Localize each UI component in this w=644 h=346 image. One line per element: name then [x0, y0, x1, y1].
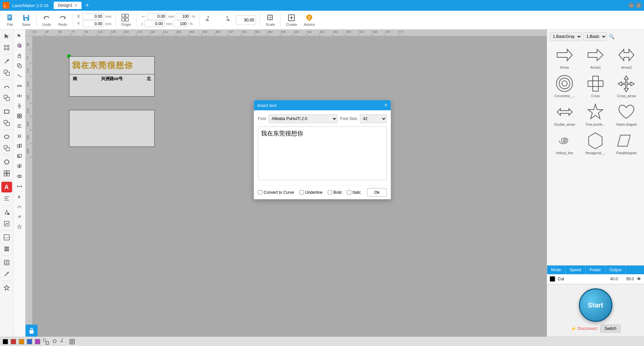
scale-button[interactable]: Scale [263, 12, 278, 28]
shape-cross[interactable]: Cross [581, 72, 610, 99]
switch-button[interactable]: Switch [600, 325, 621, 333]
lt2-wave[interactable] [15, 71, 24, 80]
height-input[interactable] [145, 20, 165, 27]
lt2-dup[interactable] [15, 61, 24, 70]
shape-parallelogram[interactable]: Parallelogram [612, 129, 641, 156]
x-input[interactable] [83, 13, 104, 20]
copy-rect-tool[interactable] [1, 118, 12, 128]
shape-arrow1[interactable]: Arrow1 [581, 44, 610, 71]
select-tool[interactable] [1, 31, 12, 42]
color-red[interactable] [11, 339, 16, 344]
statusbar-grid-icon[interactable] [69, 339, 75, 345]
explode-tool[interactable] [1, 282, 12, 293]
lt2-align[interactable] [15, 121, 24, 131]
file-button[interactable]: File [3, 12, 17, 28]
bold-checkbox[interactable] [328, 190, 332, 194]
lt2-measure[interactable] [15, 182, 24, 191]
shape-lib-select-2[interactable]: 1.Basic [583, 32, 607, 41]
italic-checkbox-label[interactable]: Italic [347, 190, 361, 195]
save-button[interactable]: Save [19, 12, 34, 28]
tab-power[interactable]: Power [586, 266, 605, 274]
shape-helical[interactable]: Helical_line [550, 129, 579, 156]
lt2-text[interactable]: A [15, 192, 24, 201]
color-orange[interactable] [19, 339, 24, 344]
grid-tool[interactable] [1, 168, 12, 179]
width-input[interactable] [147, 13, 167, 20]
shape-lib-select-1[interactable]: 1.BasicGray [550, 32, 582, 41]
node-tool[interactable] [1, 42, 12, 53]
bezier-tool[interactable] [1, 81, 12, 92]
lt2-flip-v[interactable] [15, 101, 24, 111]
lt2-distribute[interactable] [15, 131, 24, 141]
layer-visibility-icon[interactable]: 👁 [637, 276, 641, 282]
font-select[interactable]: Alibaba PuHuiTi 2.0 [269, 114, 337, 123]
layers-tool[interactable] [1, 243, 12, 254]
underline-checkbox[interactable] [300, 190, 304, 194]
statusbar-select-icon[interactable] [43, 339, 49, 345]
lt2-arc[interactable] [15, 202, 24, 211]
shape-concentric[interactable]: Concentric_... [550, 72, 579, 99]
lt2-lock[interactable] [15, 51, 24, 60]
design-box-2[interactable] [69, 110, 155, 147]
align-tool[interactable] [1, 193, 12, 204]
shape-cross-arrow[interactable]: Cross_arrow [612, 72, 641, 99]
y-input[interactable] [83, 20, 104, 27]
disconnect-button[interactable]: ⚡ Disconnect [571, 326, 597, 331]
lt2-group[interactable] [15, 111, 24, 121]
eraser-tool[interactable] [1, 232, 12, 243]
color-blue[interactable] [27, 339, 32, 344]
lock-icon[interactable] [25, 325, 38, 337]
tab-speed[interactable]: Speed [566, 266, 586, 274]
canvas-area[interactable]: 19 38 58 77 96 115 135 154 173 192 211 2… [25, 30, 547, 337]
layer-row-cut[interactable]: Cut 40.0 99.0 👁 [547, 274, 644, 284]
ellipse-tool[interactable] [1, 131, 12, 142]
fontsize-select[interactable]: 42 [360, 114, 387, 123]
arrow-tool[interactable] [1, 269, 12, 279]
shape-arrow2[interactable]: Arrow2 [612, 44, 641, 71]
text-input[interactable]: 我在东莞很想你 [258, 126, 387, 180]
redo-button[interactable]: Redo [55, 12, 70, 28]
rotate-ccw-button[interactable] [202, 12, 217, 28]
underline-checkbox-label[interactable]: Underline [300, 190, 322, 195]
color-black[interactable] [3, 339, 8, 344]
statusbar-group-icon[interactable] [52, 339, 58, 345]
shape-arrow[interactable]: Arrow [550, 44, 579, 71]
shape-hexagonal[interactable]: Hexagonal_... [581, 129, 610, 156]
trace-tool[interactable] [1, 218, 12, 229]
copy-pen-tool[interactable] [1, 67, 12, 78]
italic-checkbox[interactable] [347, 190, 351, 194]
shape-lib-search-icon[interactable]: 🔍 [608, 33, 615, 40]
convert-checkbox[interactable] [258, 190, 262, 194]
start-button[interactable]: Start [579, 288, 612, 322]
ok-button[interactable]: Ok [367, 188, 387, 196]
statusbar-refresh-icon[interactable] [60, 339, 66, 345]
lt2-subtract[interactable] [15, 152, 24, 161]
copy-bezier-tool[interactable] [1, 93, 12, 103]
shape-heart[interactable]: Heart-shaped [612, 101, 641, 128]
lt2-spiral[interactable] [15, 212, 24, 221]
lt2-weld[interactable] [15, 172, 24, 181]
lt2-select[interactable] [15, 31, 24, 40]
polygon-tool[interactable] [1, 157, 12, 167]
lt2-combine[interactable] [15, 141, 24, 151]
lt2-crop[interactable] [15, 41, 24, 50]
lt2-intersect[interactable] [15, 162, 24, 171]
active-tab[interactable]: Design1 × [54, 2, 81, 9]
minimize-button[interactable]: — [629, 3, 634, 8]
lt2-star[interactable] [15, 222, 24, 231]
undo-button[interactable]: Undo [39, 12, 54, 28]
lt2-flip-h[interactable] [15, 91, 24, 101]
create-button[interactable]: Create [283, 12, 300, 28]
origin-button[interactable]: Origin [118, 12, 133, 28]
dialog-close-icon[interactable]: × [384, 102, 387, 108]
convert-checkbox-label[interactable]: Convert to Curve [258, 190, 294, 195]
copy-ellipse-tool[interactable] [1, 143, 12, 154]
tab-output[interactable]: Output [605, 266, 626, 274]
table-tool[interactable] [1, 257, 12, 268]
lt2-node[interactable] [15, 81, 24, 91]
advice-button[interactable]: Advice [301, 12, 318, 28]
h-pct-input[interactable] [173, 20, 188, 27]
rect-tool[interactable] [1, 106, 12, 117]
rotate-cw-button[interactable] [218, 12, 233, 28]
tab-close-icon[interactable]: × [74, 3, 77, 8]
